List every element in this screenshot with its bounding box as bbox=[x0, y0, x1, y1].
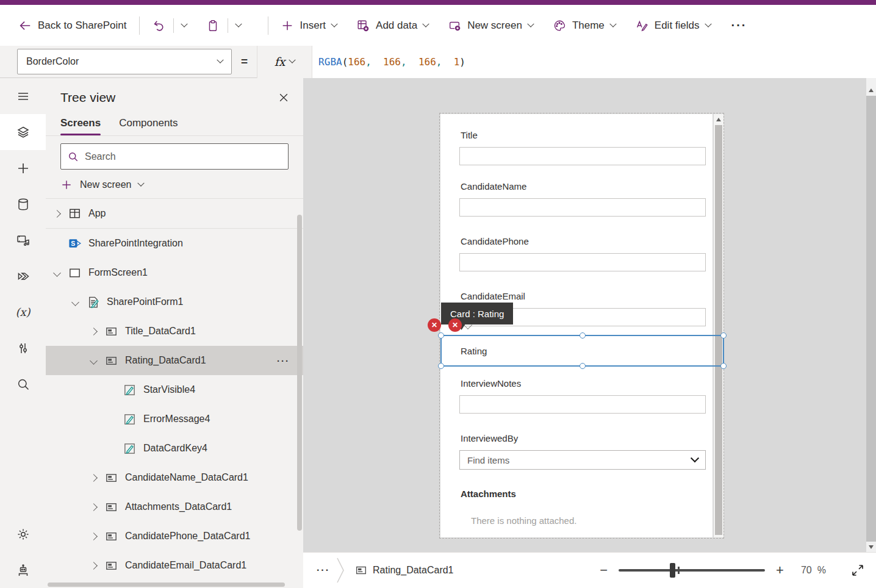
datacard-icon bbox=[354, 564, 368, 577]
add-data-button[interactable]: Add data bbox=[354, 15, 431, 36]
back-to-sharepoint-button[interactable]: Back to SharePoint bbox=[16, 15, 129, 36]
tree-item-Attachments_DataCard1[interactable]: Attachments_DataCard1 bbox=[46, 492, 303, 522]
tab-screens[interactable]: Screens bbox=[60, 117, 101, 135]
field-input-InterviewNotes[interactable] bbox=[459, 395, 706, 414]
tree-item-CandidateName_DataCard1[interactable]: CandidateName_DataCard1 bbox=[46, 463, 303, 492]
scroll-down-button[interactable] bbox=[866, 542, 876, 552]
zoom-in-button[interactable]: + bbox=[774, 562, 786, 578]
rail-virtual-agent-button[interactable] bbox=[0, 552, 46, 588]
zoom-slider[interactable] bbox=[619, 563, 765, 578]
rating-card-selection[interactable] bbox=[440, 335, 724, 367]
property-dropdown[interactable]: BorderColor bbox=[17, 49, 232, 74]
tree-item-DataCardKey4[interactable]: DataCardKey4 bbox=[46, 434, 303, 463]
chevron-right-icon[interactable] bbox=[90, 562, 98, 570]
edit-fields-button[interactable]: Edit fields bbox=[633, 15, 713, 36]
tree-item-SharePointIntegration[interactable]: SSharePointIntegration bbox=[46, 229, 303, 258]
resize-handle-top-center[interactable] bbox=[580, 332, 586, 339]
tree-item-CandidateEmail_DataCard1[interactable]: CandidateEmail_DataCard1 bbox=[46, 551, 303, 580]
rail-menu-button[interactable] bbox=[0, 78, 46, 114]
status-bar: ··· Rating_DataCard1 − + 70 % bbox=[303, 552, 876, 588]
tree-horizontal-scrollbar[interactable] bbox=[48, 583, 285, 587]
tree-item-App[interactable]: App bbox=[46, 199, 303, 228]
formula-input[interactable]: RGBA(166, 166, 166, 1) bbox=[312, 46, 876, 78]
chevron-down-icon[interactable] bbox=[53, 269, 61, 277]
field-input-CandidatePhone[interactable] bbox=[459, 253, 706, 271]
fullscreen-expand-icon[interactable] bbox=[850, 563, 865, 578]
close-icon[interactable] bbox=[278, 91, 290, 104]
tree-item-Title_DataCard1[interactable]: Title_DataCard1 bbox=[46, 317, 303, 346]
sharepoint-form-card[interactable]: TitleCandidateNameCandidatePhoneCandidat… bbox=[440, 114, 713, 537]
form-scrollbar[interactable] bbox=[714, 114, 723, 537]
undo-button[interactable] bbox=[149, 15, 168, 36]
virtual-agent-icon bbox=[16, 563, 31, 578]
rail-power-automate-button[interactable] bbox=[0, 258, 46, 294]
field-combobox-InterviewedBy[interactable]: Find items bbox=[459, 450, 706, 470]
zoom-out-button[interactable]: − bbox=[597, 562, 610, 578]
tree-new-screen-label: New screen bbox=[80, 179, 131, 190]
canvas-scrollbar-thumb[interactable] bbox=[866, 96, 876, 542]
undo-dropdown-button[interactable] bbox=[179, 20, 189, 32]
chevron-down-icon bbox=[527, 20, 534, 27]
insert-button[interactable]: Insert bbox=[278, 15, 340, 36]
tree-item-label: CandidateName_DataCard1 bbox=[125, 472, 303, 483]
field-label-InterviewNotes: InterviewNotes bbox=[461, 378, 521, 389]
chevron-right-icon[interactable] bbox=[90, 532, 98, 540]
rail-search-button[interactable] bbox=[0, 366, 46, 402]
toolbar-overflow-button[interactable]: ··· bbox=[731, 18, 747, 32]
chevron-down-icon[interactable] bbox=[71, 298, 79, 306]
formula-token-separator: , bbox=[365, 56, 383, 68]
tab-components[interactable]: Components bbox=[119, 117, 178, 135]
new-screen-button[interactable]: New screen bbox=[445, 15, 536, 36]
tree-item-FormScreen1[interactable]: FormScreen1 bbox=[46, 258, 303, 287]
chevron-right-icon[interactable] bbox=[90, 503, 98, 511]
form-scrollbar-thumb[interactable] bbox=[715, 125, 722, 535]
tree-item-Rating_DataCard1[interactable]: Rating_DataCard1··· bbox=[46, 346, 303, 375]
tree-new-screen-button[interactable]: New screen bbox=[46, 171, 303, 199]
field-input-CandidateName[interactable] bbox=[459, 198, 706, 217]
resize-handle-bottom-center[interactable] bbox=[580, 363, 586, 369]
tree-search-input[interactable] bbox=[85, 151, 282, 162]
rail-media-button[interactable] bbox=[0, 222, 46, 258]
tree-item-StarVisible4[interactable]: StarVisible4 bbox=[46, 375, 303, 404]
rail-insert-plus-button[interactable] bbox=[0, 150, 46, 186]
scroll-up-button[interactable] bbox=[866, 85, 876, 96]
resize-handle-bottom-left[interactable] bbox=[438, 363, 444, 369]
tree-item-label: StarVisible4 bbox=[143, 384, 303, 395]
statusbar-more-button[interactable]: ··· bbox=[317, 565, 330, 576]
tree-vertical-scrollbar[interactable] bbox=[297, 215, 302, 531]
theme-button[interactable]: Theme bbox=[550, 15, 618, 36]
form-outline: TitleCandidateNameCandidatePhoneCandidat… bbox=[439, 113, 724, 539]
resize-handle-top-right[interactable] bbox=[720, 332, 727, 339]
power-automate-icon bbox=[16, 269, 31, 284]
fx-dropdown-button[interactable]: fx bbox=[257, 46, 312, 78]
error-badge-icon[interactable]: ✕ bbox=[428, 318, 441, 332]
rail-data-sources-button[interactable] bbox=[0, 186, 46, 222]
chevron-right-icon[interactable] bbox=[90, 328, 98, 335]
chevron-right-icon[interactable] bbox=[53, 210, 61, 218]
tree-item-SharePointForm1[interactable]: SharePointForm1 bbox=[46, 287, 303, 317]
rail-controls-button[interactable] bbox=[0, 330, 46, 366]
plus-icon bbox=[60, 179, 73, 191]
resize-handle-top-left[interactable] bbox=[438, 332, 444, 339]
error-badge-icon[interactable]: ✕ bbox=[448, 318, 462, 332]
formula-token-separator: , bbox=[401, 56, 418, 68]
rail-tree-view-button[interactable] bbox=[0, 114, 46, 150]
chevron-right-icon[interactable] bbox=[90, 474, 98, 482]
zoom-slider-thumb[interactable] bbox=[670, 563, 675, 578]
formula-token-number: 166 bbox=[383, 56, 401, 68]
paste-button[interactable] bbox=[204, 15, 222, 36]
formula-bar: BorderColor = fx RGBA(166, 166, 166, 1) bbox=[0, 46, 876, 78]
chevron-down-icon[interactable] bbox=[90, 357, 98, 365]
rail-settings-button[interactable] bbox=[0, 516, 46, 552]
paste-dropdown-button[interactable] bbox=[234, 20, 243, 32]
zoom-slider-track[interactable] bbox=[619, 569, 765, 572]
tree-item-CandidatePhone_DataCard1[interactable]: CandidatePhone_DataCard1 bbox=[46, 522, 303, 551]
rail-variables-button[interactable]: (x) bbox=[0, 294, 46, 330]
canvas-vertical-scrollbar[interactable] bbox=[866, 78, 876, 552]
card-rating-tooltip-label: Card : Rating bbox=[450, 309, 504, 319]
tree-search-box[interactable] bbox=[60, 143, 289, 170]
tree-item-ErrorMessage4[interactable]: ErrorMessage4 bbox=[46, 404, 303, 434]
field-input-Title[interactable] bbox=[459, 147, 706, 165]
tree-item-more-button[interactable]: ··· bbox=[277, 356, 290, 366]
resize-handle-bottom-right[interactable] bbox=[720, 363, 727, 369]
